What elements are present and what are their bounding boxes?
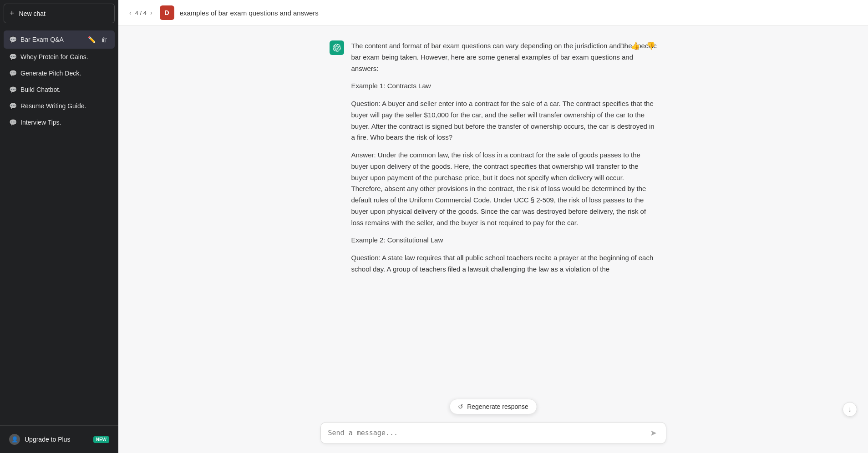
chat-item-actions: ✏️ 🗑 bbox=[86, 35, 109, 44]
sidebar-item-bar-exam[interactable]: 💬 Bar Exam Q&A ✏️ 🗑 bbox=[4, 30, 115, 49]
chat-header: ‹ 4 / 4 › D examples of bar exam questio… bbox=[118, 0, 868, 26]
chat-icon: 💬 bbox=[9, 36, 17, 43]
scroll-down-button[interactable]: ↓ bbox=[843, 402, 857, 417]
new-badge: NEW bbox=[93, 436, 109, 443]
sidebar-item-label: Resume Writing Guide. bbox=[20, 102, 109, 110]
sidebar-item-label: Generate Pitch Deck. bbox=[20, 70, 109, 77]
sidebar-item-label: Build Chatbot. bbox=[20, 86, 109, 93]
edit-chat-button[interactable]: ✏️ bbox=[86, 35, 97, 44]
sidebar: + New chat 💬 Bar Exam Q&A ✏️ 🗑 💬 Whey Pr… bbox=[0, 0, 118, 453]
message-wrapper: The content and format of bar exam quest… bbox=[320, 37, 666, 279]
user-avatar-icon: 👤 bbox=[9, 434, 20, 445]
page-indicator: 4 / 4 bbox=[135, 10, 147, 16]
sidebar-item-interview-tips[interactable]: 💬 Interview Tips. bbox=[4, 114, 115, 131]
plus-icon: + bbox=[10, 9, 15, 18]
next-page-button[interactable]: › bbox=[148, 8, 154, 17]
regenerate-icon: ↺ bbox=[458, 403, 463, 410]
chat-icon: 💬 bbox=[9, 86, 17, 93]
message-example1-heading: Example 1: Contracts Law bbox=[351, 81, 657, 92]
new-chat-button[interactable]: + New chat bbox=[4, 4, 115, 23]
new-chat-label: New chat bbox=[19, 10, 46, 17]
message-input[interactable] bbox=[328, 429, 648, 437]
chat-icon: 💬 bbox=[9, 70, 17, 77]
input-area: ➤ bbox=[118, 417, 868, 453]
input-wrapper: ➤ bbox=[320, 422, 666, 444]
message-content: The content and format of bar exam quest… bbox=[330, 40, 657, 275]
regenerate-popup[interactable]: ↺ Regenerate response bbox=[449, 399, 537, 414]
chat-title: examples of bar exam questions and answe… bbox=[180, 9, 319, 17]
sidebar-item-whey-protein[interactable]: 💬 Whey Protein for Gains. bbox=[4, 49, 115, 65]
thumbsdown-button[interactable]: 👎 bbox=[645, 40, 657, 51]
nav-arrows: ‹ 4 / 4 › bbox=[127, 8, 154, 17]
sidebar-item-build-chatbot[interactable]: 💬 Build Chatbot. bbox=[4, 81, 115, 98]
chat-icon: 💬 bbox=[9, 53, 17, 60]
thumbsup-button[interactable]: 👍 bbox=[629, 40, 642, 51]
message-example1-question: Question: A buyer and seller enter into … bbox=[351, 98, 657, 143]
message-example1-answer: Answer: Under the common law, the risk o… bbox=[351, 150, 657, 228]
upgrade-label: Upgrade to Plus bbox=[25, 436, 70, 443]
assistant-avatar bbox=[330, 40, 344, 55]
sidebar-bottom: 👤 Upgrade to Plus NEW bbox=[0, 425, 118, 453]
upgrade-button[interactable]: 👤 Upgrade to Plus NEW bbox=[4, 429, 115, 449]
message-text: The content and format of bar exam quest… bbox=[351, 40, 657, 275]
sidebar-top: + New chat bbox=[0, 0, 118, 29]
main-content: ‹ 4 / 4 › D examples of bar exam questio… bbox=[118, 0, 868, 453]
message-intro: The content and format of bar exam quest… bbox=[351, 40, 657, 74]
message-example2-question: Question: A state law requires that all … bbox=[351, 252, 657, 275]
sidebar-item-resume-writing[interactable]: 💬 Resume Writing Guide. bbox=[4, 98, 115, 114]
chat-list: 💬 Bar Exam Q&A ✏️ 🗑 💬 Whey Protein for G… bbox=[0, 29, 118, 425]
messages-area: The content and format of bar exam quest… bbox=[118, 26, 868, 417]
sidebar-item-label: Interview Tips. bbox=[20, 119, 109, 126]
delete-chat-button[interactable]: 🗑 bbox=[99, 35, 109, 44]
sidebar-item-label: Bar Exam Q&A bbox=[20, 36, 82, 43]
prev-page-button[interactable]: ‹ bbox=[127, 8, 133, 17]
chat-icon: 💬 bbox=[9, 102, 17, 110]
sidebar-item-label: Whey Protein for Gains. bbox=[20, 53, 109, 60]
user-avatar: D bbox=[160, 5, 174, 20]
sidebar-item-pitch-deck[interactable]: 💬 Generate Pitch Deck. bbox=[4, 65, 115, 81]
regenerate-label: Regenerate response bbox=[467, 403, 528, 410]
send-button[interactable]: ➤ bbox=[648, 428, 659, 438]
message-example2-heading: Example 2: Constitutional Law bbox=[351, 235, 657, 246]
chat-icon: 💬 bbox=[9, 119, 17, 126]
copy-message-button[interactable]: ⧉ bbox=[618, 40, 626, 51]
message-actions: ⧉ 👍 👎 bbox=[618, 40, 657, 51]
